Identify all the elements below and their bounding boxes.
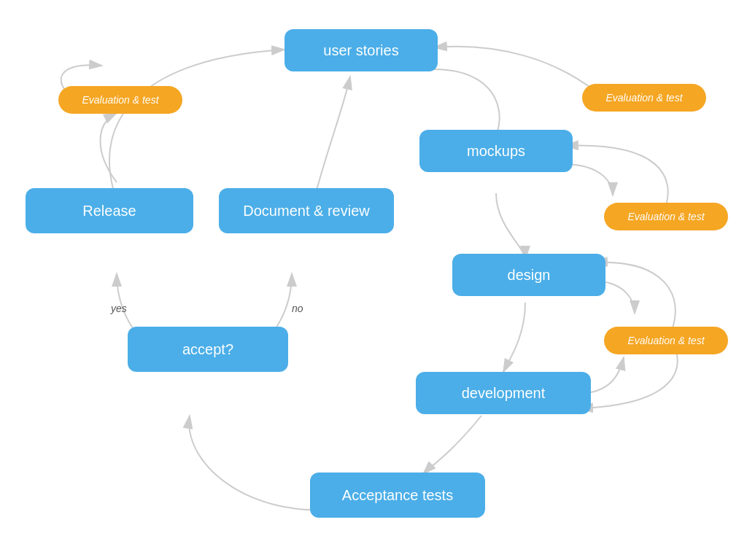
no-label: no [292,303,303,314]
document-review-node: Document & review [219,188,394,233]
eval2-node: Evaluation & test [582,84,706,112]
eval4-node: Evaluation & test [604,327,728,354]
yes-label: yes [111,303,127,314]
release-node: Release [26,188,193,233]
eval1-node: Evaluation & test [58,86,182,114]
development-node: development [416,372,591,414]
mockups-node: mockups [419,130,573,172]
user-stories-node: user stories [285,29,438,71]
eval3-node: Evaluation & test [604,203,728,230]
accept-node: accept? [128,327,288,372]
diagram-container: user stories mockups design development … [0,0,747,560]
acceptance-tests-node: Acceptance tests [310,472,485,518]
design-node: design [452,254,605,296]
